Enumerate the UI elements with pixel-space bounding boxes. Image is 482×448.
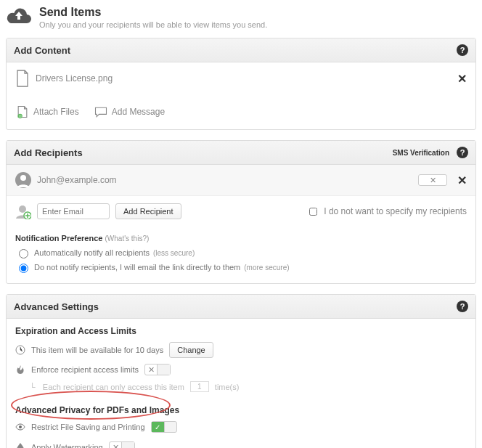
notify-auto-hint: (less secure) [153, 249, 195, 257]
page-subtitle: Only you and your recipients will be abl… [39, 20, 267, 29]
notify-auto-radio[interactable] [19, 249, 28, 258]
remove-file-button[interactable]: ✕ [457, 72, 467, 86]
flame-icon [15, 364, 25, 375]
notify-manual-hint: (more secure) [244, 264, 289, 272]
notify-manual-radio[interactable] [19, 264, 28, 273]
add-recipients-panel: Add Recipients SMS Verification ? John@e… [6, 140, 476, 284]
available-text: This item will be available for 10 days [31, 346, 163, 354]
access-count-input[interactable] [190, 381, 209, 392]
attach-files-label: Attach Files [33, 107, 79, 117]
user-icon [15, 172, 31, 188]
whats-this-link[interactable]: (What's this?) [105, 235, 149, 243]
help-icon[interactable]: ? [457, 301, 468, 312]
add-recipient-button[interactable]: Add Recipient [115, 203, 181, 219]
expiration-title: Expiration and Access Limits [7, 319, 475, 339]
notification-section: Notification Preference (What's this?) A… [7, 227, 475, 283]
page-header: Send Items Only you and your recipients … [6, 6, 476, 29]
recipient-email: John@example.com [37, 175, 117, 185]
svg-point-6 [19, 425, 22, 428]
svg-point-2 [20, 175, 26, 181]
clock-icon [15, 345, 25, 355]
cloud-upload-icon [6, 6, 32, 26]
no-specify-label: I do not want to specify my recipients [324, 206, 467, 216]
add-content-title: Add Content [14, 45, 70, 56]
help-icon[interactable]: ? [457, 44, 468, 56]
watermark-toggle[interactable]: ✕ [109, 441, 135, 448]
advanced-title: Advanced Settings [14, 301, 99, 312]
attach-files-button[interactable]: Attach Files [15, 105, 79, 119]
add-recipients-title: Add Recipients [14, 147, 83, 158]
sms-verification-label: SMS Verification [393, 149, 449, 157]
file-icon [15, 70, 30, 87]
restrict-label: Restrict File Saving and Printing [31, 423, 145, 431]
help-icon[interactable]: ? [457, 147, 468, 158]
restrict-toggle[interactable]: ✓ [151, 421, 177, 433]
notify-manual-label: Do not notify recipients, I will email t… [34, 263, 240, 272]
sms-toggle[interactable]: ✕ [418, 174, 447, 186]
eye-icon [15, 422, 25, 432]
enforce-toggle[interactable]: ✕ [144, 364, 171, 375]
access-line-post: time(s) [215, 383, 240, 391]
add-message-label: Add Message [112, 107, 165, 117]
droplet-icon [15, 442, 25, 448]
svg-point-3 [19, 205, 26, 213]
recipient-row: John@example.com ✕ ✕ [7, 165, 475, 195]
privacy-title: Advanced Privacy for PDFs and Images [7, 398, 475, 418]
add-recipient-row: Add Recipient I do not want to specify m… [7, 195, 475, 227]
remove-recipient-button[interactable]: ✕ [457, 174, 467, 187]
watermark-label: Apply Watermarking [31, 443, 103, 448]
notification-title: Notification Preference [15, 234, 102, 243]
access-line-pre: Each recipient can only access this item [43, 383, 184, 391]
add-user-icon [15, 203, 31, 219]
file-name: Drivers License.png [36, 73, 113, 84]
no-specify-checkbox[interactable] [309, 208, 317, 216]
add-message-button[interactable]: Add Message [94, 105, 165, 119]
page-title: Send Items [39, 6, 267, 19]
advanced-panel: Advanced Settings ? Expiration and Acces… [6, 294, 476, 448]
email-input[interactable] [37, 203, 110, 219]
change-button[interactable]: Change [169, 342, 213, 358]
notify-auto-label: Automatically notify all recipients [34, 248, 150, 257]
file-row: Drivers License.png ✕ [7, 62, 475, 94]
add-content-panel: Add Content ? Drivers License.png ✕ Atta… [6, 38, 476, 130]
enforce-label: Enforce recipient access limits [31, 365, 139, 374]
